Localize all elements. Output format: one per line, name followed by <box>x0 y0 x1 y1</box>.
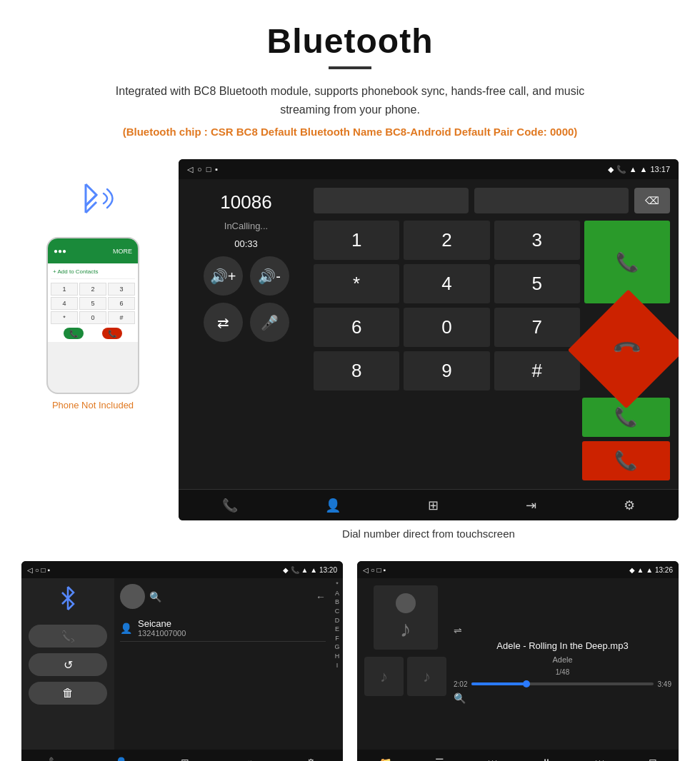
music-nav-prev[interactable]: ⏮ <box>488 757 498 761</box>
phone-call-green-btn[interactable]: 📞 <box>64 328 84 339</box>
dial-section: ◁ ○ □ ▪ ◆ 📞 ▲ ▲ 13:17 10086 InCal <box>179 159 679 540</box>
pb-letter-b[interactable]: B <box>335 598 339 607</box>
dial-delete-btn[interactable]: ⌫ <box>634 188 670 213</box>
pb-nav-transfer[interactable]: ⇥ <box>244 757 252 761</box>
phone-section: ●●● MORE + Add to Contacts 1 2 3 4 5 6 *… <box>21 159 164 540</box>
dial-nav-bar: 📞 👤 ⊞ ⇥ ⚙ <box>179 489 679 520</box>
phone-key-7[interactable]: * <box>51 311 78 324</box>
vol-up-btn[interactable]: 🔊+ <box>204 256 243 296</box>
pb-letter-c[interactable]: C <box>335 607 340 616</box>
pb-contact-details: Seicane 13241007000 <box>138 618 186 637</box>
pb-status-left: ◁ ○ □ ▪ <box>27 566 50 574</box>
key-6[interactable]: 6 <box>314 308 399 347</box>
key-2[interactable]: 2 <box>404 221 489 260</box>
dial-number-display: 10086 <box>220 191 271 213</box>
music-nav-folder[interactable]: 📁 <box>379 757 391 761</box>
key-7[interactable]: 7 <box>494 308 580 347</box>
phone-key-6[interactable]: 6 <box>108 297 135 310</box>
pb-letter-d[interactable]: D <box>335 616 340 625</box>
pb-delete-btn[interactable]: 🗑 <box>29 682 107 705</box>
pb-home-icon: ○ <box>35 566 39 574</box>
pb-contact-item[interactable]: 👤 Seicane 13241007000 <box>120 615 326 642</box>
pb-letter-f[interactable]: F <box>335 634 339 643</box>
nav-settings-icon[interactable]: ⚙ <box>624 498 635 513</box>
key-3[interactable]: 3 <box>494 221 580 260</box>
nav-transfer-icon[interactable]: ⇥ <box>526 498 536 513</box>
pb-letter-i[interactable]: I <box>336 661 339 670</box>
key-4[interactable]: 4 <box>404 264 489 303</box>
music-shuffle-icon[interactable]: ⇌ <box>454 625 671 636</box>
music-progress-bar[interactable] <box>471 682 653 685</box>
numpad-end-btn[interactable]: 📞 <box>567 290 679 409</box>
key-8[interactable]: 8 <box>314 351 399 390</box>
music-nav-list[interactable]: ☰ <box>435 757 444 761</box>
phonebook-wrap: ◁ ○ □ ▪ ◆ 📞 ▲ ▲ 13:20 <box>21 561 343 761</box>
music-album-area: ♪ ♪ ♪ <box>364 585 446 742</box>
music-nav-play[interactable]: ⏸ <box>541 757 551 761</box>
music-current-time: 2:02 <box>454 680 467 688</box>
call-red-btn[interactable]: 📞 <box>582 441 670 480</box>
mic-btn[interactable]: 🎤 <box>250 303 289 342</box>
pb-letter-star[interactable]: * <box>336 580 339 589</box>
pb-phone-btn[interactable]: 📞 <box>29 625 107 647</box>
pb-recents-icon: □ <box>41 566 46 574</box>
bluetooth-specs: (Bluetooth chip : CSR BC8 Default Blueto… <box>14 126 686 138</box>
music-note-icon: ♪ <box>400 616 411 642</box>
phone-keypad-grid: 1 2 3 4 5 6 * 0 # <box>51 283 135 324</box>
pb-nav-apps[interactable]: ⊞ <box>181 757 189 761</box>
music-nav-bar: 📁 ☰ ⏮ ⏸ ⏭ ⊟ <box>357 750 679 761</box>
music-nav-next[interactable]: ⏭ <box>595 757 605 761</box>
pb-letter-e[interactable]: E <box>335 625 339 634</box>
pb-contact-person-icon: 👤 <box>120 623 132 634</box>
phone-key-2[interactable]: 2 <box>79 283 106 296</box>
phone-key-9[interactable]: # <box>108 311 135 324</box>
music-nav-eq[interactable]: ⊟ <box>649 757 657 761</box>
nav-apps-icon[interactable]: ⊞ <box>428 498 439 513</box>
phone-key-3[interactable]: 3 <box>108 283 135 296</box>
key-9[interactable]: 9 <box>404 351 489 390</box>
key-0[interactable]: 0 <box>404 308 489 347</box>
pb-letter-a[interactable]: A <box>335 589 339 598</box>
phone-mockup: ●●● MORE + Add to Contacts 1 2 3 4 5 6 *… <box>46 237 139 394</box>
pb-nav-bar: 📞 👤 ⊞ ⇥ ⚙ <box>21 750 343 761</box>
key-hash[interactable]: # <box>494 351 580 390</box>
phone-key-4[interactable]: 4 <box>51 297 78 310</box>
dial-call-status: InCalling... <box>224 221 268 231</box>
pb-sync-btn[interactable]: ↺ <box>29 653 107 676</box>
vol-down-btn[interactable]: 🔊- <box>250 256 289 296</box>
music-search-icon[interactable]: 🔍 <box>454 692 671 704</box>
swap-btn[interactable]: ⇄ <box>204 303 243 342</box>
music-time: 13:26 <box>655 566 673 574</box>
album-circle <box>396 593 416 613</box>
music-small-art-1: ♪ <box>364 657 404 696</box>
wifi-icon: ▲ <box>640 165 648 173</box>
pb-alphabet-bar: * A B C D E F G H I <box>331 578 343 750</box>
phone-key-8[interactable]: 0 <box>79 311 106 324</box>
pb-nav-phone[interactable]: 📞 <box>49 757 61 761</box>
key-star[interactable]: * <box>314 264 399 303</box>
music-small-art-2: ♪ <box>407 657 446 696</box>
pb-search-icon[interactable]: 🔍 <box>149 591 161 603</box>
nav-contacts-icon[interactable]: 👤 <box>325 498 341 513</box>
pb-letter-h[interactable]: H <box>335 652 340 661</box>
pb-letter-g[interactable]: G <box>334 642 339 652</box>
pb-wifi-icon: ▲ <box>310 566 317 574</box>
phone-key-1[interactable]: 1 <box>51 283 78 296</box>
pb-status-bar: ◁ ○ □ ▪ ◆ 📞 ▲ ▲ 13:20 <box>21 561 343 578</box>
pb-nav-settings[interactable]: ⚙ <box>306 757 316 761</box>
key-1[interactable]: 1 <box>314 221 399 260</box>
dial-vol-controls: 🔊+ 🔊- <box>204 256 289 296</box>
music-status-left: ◁ ○ □ ▪ <box>363 566 386 574</box>
music-status-bar: ◁ ○ □ ▪ ◆ ▲ ▲ 13:26 <box>357 561 679 578</box>
dial-status-right: ◆ 📞 ▲ ▲ 13:17 <box>608 165 670 174</box>
pb-nav-contacts[interactable]: 👤 <box>115 757 127 761</box>
music-signal-icon: ▲ <box>637 566 644 574</box>
dial-status-left: ◁ ○ □ ▪ <box>187 165 218 174</box>
music-track-info: 1/48 <box>454 668 671 676</box>
pb-search-circle <box>120 584 145 609</box>
key-5[interactable]: 5 <box>494 264 580 303</box>
phone-call-red-btn[interactable]: 📞 <box>102 328 122 339</box>
phone-key-5[interactable]: 5 <box>79 297 106 310</box>
music-wifi-icon: ▲ <box>646 566 653 574</box>
nav-phone-icon[interactable]: 📞 <box>222 498 238 513</box>
